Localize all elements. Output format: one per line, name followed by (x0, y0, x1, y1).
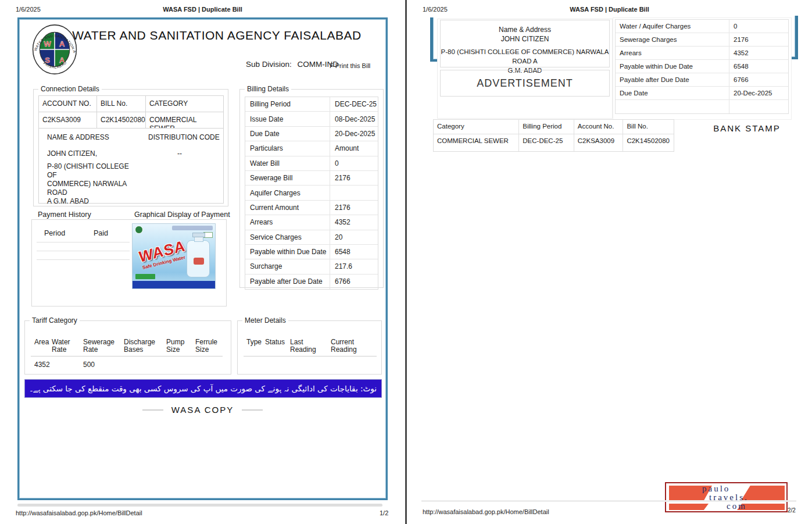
table-row: Due Date20-Dec-2025 (245, 127, 378, 141)
row-label: Arrears (245, 215, 330, 229)
row-value: 6766 (729, 76, 788, 83)
row-value: 0 (330, 159, 378, 167)
horizontal-scrollbar[interactable] (17, 504, 382, 507)
meter-details-legend: Meter Details (242, 316, 288, 325)
divider (244, 356, 377, 357)
row-value: 20-Dec-2025 (330, 130, 378, 138)
ad-green-box (135, 274, 155, 279)
row-label: Payable after Due Date (616, 73, 729, 86)
name-address-box: Name & Address JOHN CITIZEN P-80 (CHISHT… (440, 20, 610, 67)
table-row: Service Charges20 (245, 230, 378, 245)
bill-no-value: C2K14502080 (97, 112, 146, 128)
address-line: P-80 (CHISHTI COLLEGE OF COMMERCE) NARWA… (441, 47, 609, 66)
page-number: 1/2 (380, 509, 388, 516)
row-value: 2176 (330, 174, 378, 182)
category-value: COMMERCIAL SEWER (434, 134, 519, 151)
meter-header-last-reading: LastReading (290, 338, 316, 354)
address-line: P-80 (CHISHTI COLLEGE OF (47, 162, 140, 180)
table-row: Sewerage Charges2176 (616, 33, 788, 47)
row-value: Amount (330, 144, 378, 152)
table-row: Issue Date08-Dec-2025 (245, 112, 378, 126)
horizontal-scrollbar[interactable] (421, 500, 796, 502)
table-row: Due Date20-Dec-2025 (616, 87, 788, 100)
address-line: COMMERCE) NARWALA ROAD (47, 180, 140, 197)
tariff-header-sewerage-rate: SewerageRate (83, 338, 115, 354)
border-bracket-right (791, 16, 798, 59)
payment-history-legend: Payment History (36, 211, 93, 219)
row-value: 0 (729, 23, 788, 30)
tariff-header-ferrule-size: FerruleSize (195, 338, 217, 354)
footer-url: http://wasafaisalabad.gop.pk/Home/BillDe… (16, 509, 142, 516)
payment-history-group: Period Paid WASA Safe Drinking Water (31, 219, 227, 306)
category-header: CATEGORY (146, 96, 223, 112)
row-value: 4352 (729, 49, 788, 56)
tariff-header-water-rate: WaterRate (52, 338, 70, 354)
row-label: Payable after Due Date (245, 275, 330, 289)
tariff-category-legend: Tariff Category (30, 316, 80, 325)
paulo-travels-logo: paulo travels. com (665, 482, 788, 512)
graphical-display-legend: Graphical Display of Payment (133, 211, 232, 219)
tariff-header-discharge-bases: DischargeBases (124, 338, 155, 354)
row-label: Issue Date (245, 112, 330, 126)
row-label: Arrears (616, 47, 729, 59)
row-value: 08-Dec-2025 (330, 115, 378, 123)
table-row: Payable after Due Date6766 (616, 73, 788, 87)
disconnection-notice-banner: نوٹ: بقایاجات کی ادائیگی نہ ہونے کی صورت… (24, 379, 382, 398)
row-label: Due Date (245, 127, 330, 141)
row-label: Particulars (245, 141, 330, 155)
row-label: Surcharge (245, 259, 330, 273)
table-row: Payable after Due Date6766 (245, 275, 378, 289)
category-header: Category (434, 120, 519, 134)
bill-no-value: C2K14502080 (623, 134, 674, 151)
row-value: 2176 (729, 36, 788, 43)
logo-letter-a1: A (59, 40, 65, 48)
customer-name: JOHN CITIZEN (441, 34, 609, 44)
ad-mini-logo-icon (135, 226, 143, 234)
meter-header-type: Type (246, 338, 262, 346)
account-no-header: ACCOUNT NO. (39, 96, 97, 112)
row-label: Aquifer Charges (245, 186, 330, 199)
table-row: Sewerage Bill2176 (245, 171, 378, 186)
border-bracket-left (430, 17, 437, 62)
tariff-header-pump-size: PumpSize (166, 338, 184, 354)
billing-details-table: Billing PeriodDEC-DEC-25 Issue Date08-De… (245, 97, 378, 290)
connection-details-table: ACCOUNT NO. BILL No. CATEGORY C2KSA3009 … (38, 95, 224, 204)
customer-address: P-80 (CHISHTI COLLEGE OF COMMERCE) NARWA… (47, 162, 140, 206)
billing-details-group: Billing Details Billing PeriodDEC-DEC-25… (239, 89, 384, 288)
row-value: 20-Dec-2025 (729, 90, 788, 97)
row-value: 6766 (330, 277, 378, 286)
ad-urdu-strip (172, 226, 213, 230)
table-row: Current Amount2176 (245, 201, 378, 215)
table-row: COMMERCIAL SEWER DEC-DEC-25 C2KSA3009 C2… (434, 134, 674, 151)
row-value: DEC-DEC-25 (330, 100, 378, 108)
meter-header-current-reading: CurrentReading (331, 338, 357, 354)
name-address-title: Name & Address (441, 25, 609, 34)
table-row: ParticularsAmount (245, 141, 378, 156)
row-label: Water / Aquifer Charges (616, 20, 729, 33)
tariff-category-group: Tariff Category Area WaterRate SewerageR… (24, 320, 231, 375)
meter-header-status: Status (265, 338, 285, 346)
table-row: Billing PeriodDEC-DEC-25 (245, 97, 378, 112)
wasa-logo-icon: W A S A WATER AND SANITATION AGENCY FAIS… (32, 24, 77, 75)
distribution-code-value: -- (177, 149, 182, 158)
bill-summary-table: Category Billing Period Account No. Bill… (433, 119, 674, 152)
bill-no-header: BILL No. (97, 96, 146, 112)
account-no-header: Account No. (574, 120, 624, 134)
period-column-header: Period (44, 229, 65, 237)
tariff-sewerage-rate-value: 500 (83, 361, 95, 369)
row-value: 6548 (330, 248, 378, 256)
wasa-copy-row: WASA COPY (0, 405, 405, 415)
connection-details-group: Connection Details ACCOUNT NO. BILL No. … (33, 89, 228, 206)
customer-name: JOHN CITIZEN, (47, 149, 97, 158)
table-row: Arrears4352 (616, 47, 788, 60)
row-value: 217.6 (330, 262, 378, 270)
row-label: Payable within Due Date (245, 245, 330, 259)
row-label: Sewerage Charges (616, 33, 729, 46)
account-no-value: C2KSA3009 (39, 112, 97, 128)
wasa-copy-label: WASA COPY (171, 405, 234, 415)
print-bill-link[interactable]: F Print this Bill (330, 62, 370, 69)
table-row: ACCOUNT NO. BILL No. CATEGORY (39, 96, 223, 112)
tariff-area-value: 4352 (34, 361, 50, 369)
wasa-advertisement-image: WASA Safe Drinking Water (132, 223, 216, 289)
row-label (616, 100, 729, 113)
